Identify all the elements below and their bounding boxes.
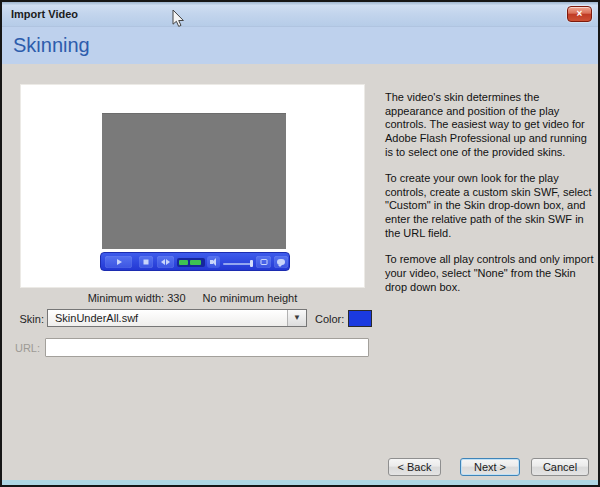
titlebar[interactable]: Import Video × (2, 2, 598, 27)
chevron-down-icon[interactable]: ▼ (287, 310, 306, 326)
mouse-cursor (172, 9, 186, 29)
bottom-edge-highlight (2, 480, 598, 485)
back-button[interactable]: < Back (388, 458, 441, 476)
close-button[interactable]: × (567, 6, 592, 22)
cancel-button[interactable]: Cancel (531, 458, 589, 476)
dimension-caption: Minimum width: 330No minimum height (20, 292, 365, 304)
skin-preview-panel (20, 84, 365, 288)
volume-button (207, 256, 220, 268)
close-icon: × (577, 8, 583, 19)
min-width-label: Minimum width: 330 (88, 292, 186, 304)
video-placeholder (102, 113, 286, 249)
window-title: Import Video (11, 2, 78, 27)
help-paragraph: The video's skin determines the appearan… (385, 91, 597, 159)
seek-forward-icon (166, 259, 170, 265)
captions-icon (277, 259, 285, 265)
content-area: Minimum width: 330No minimum height Skin… (2, 64, 598, 485)
color-label: Color: (315, 313, 344, 325)
stop-icon (144, 260, 149, 265)
volume-slider (223, 263, 253, 265)
seek-back-icon (161, 259, 165, 265)
page-title: Skinning (13, 27, 90, 63)
speaker-icon-cone (212, 258, 216, 266)
progress-loaded-segment (179, 260, 188, 265)
color-swatch[interactable] (348, 310, 372, 327)
progress-bar (177, 258, 205, 267)
fullscreen-button (256, 256, 271, 268)
min-height-label: No minimum height (203, 292, 298, 304)
url-label: URL: (2, 342, 40, 354)
skin-select[interactable]: SkinUnderAll.swf ▼ (47, 309, 307, 327)
volume-slider-knob (250, 260, 253, 267)
url-input[interactable] (45, 338, 369, 357)
help-paragraph: To remove all play controls and only imp… (385, 253, 597, 294)
play-button (105, 256, 132, 268)
skin-label: Skin: (2, 313, 44, 325)
import-video-dialog: Import Video × Skinning (0, 0, 600, 487)
step-header: Skinning (2, 27, 598, 64)
stop-button (139, 256, 153, 268)
progress-played-segment (190, 260, 201, 265)
fullscreen-icon (260, 259, 267, 265)
help-text: The video's skin determines the appearan… (385, 91, 597, 307)
player-skin-bar (100, 252, 290, 271)
help-paragraph: To create your own look for the play con… (385, 172, 597, 240)
seek-buttons (157, 256, 174, 268)
skin-select-value: SkinUnderAll.swf (55, 310, 138, 326)
next-button[interactable]: Next > (460, 458, 520, 476)
play-icon (117, 259, 122, 265)
captions-button (274, 256, 288, 268)
